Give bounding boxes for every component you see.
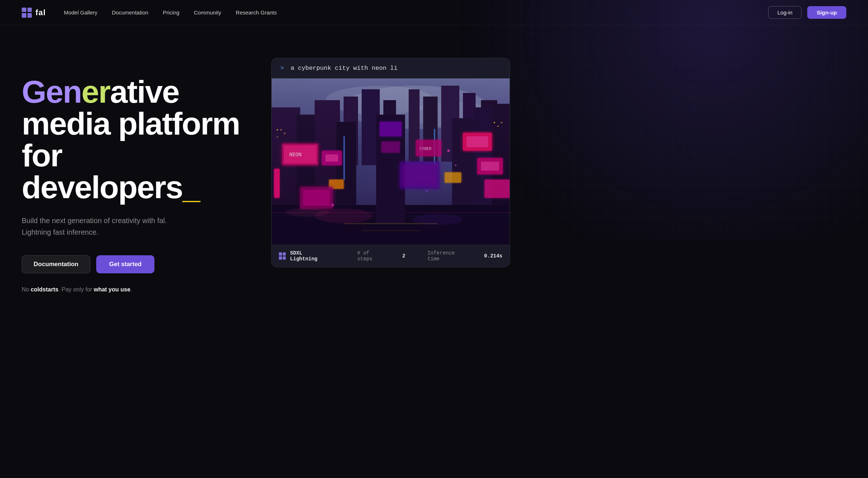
hero-note: No coldstarts. Pay only for what you use… [22, 286, 257, 293]
inference-label: Inference time [427, 250, 468, 262]
hero-content: Generative media platform for developers… [22, 54, 257, 293]
steps-value: 2 [402, 253, 405, 259]
title-line3: developers_ [22, 171, 257, 203]
logo-link[interactable]: fal [22, 8, 46, 18]
svg-rect-66 [272, 78, 510, 245]
title-er: er [81, 74, 110, 110]
nav-pricing[interactable]: Pricing [163, 9, 179, 16]
demo-image: NEON [272, 78, 510, 245]
demo-card: > a cyberpunk city with neon li [271, 58, 510, 267]
nav-community[interactable]: Community [194, 9, 221, 16]
prompt-arrow: > [280, 65, 284, 72]
hero-title: Generative media platform for developers… [22, 76, 257, 203]
nav-model-gallery[interactable]: Model Gallery [64, 9, 98, 16]
steps-label: # of steps [357, 250, 386, 262]
model-name: SDXL Lightning [290, 250, 331, 262]
get-started-button[interactable]: Get started [96, 255, 155, 273]
hero-buttons: Documentation Get started [22, 255, 257, 273]
login-button[interactable]: Log-in [768, 6, 801, 19]
inference-value: 0.214s [484, 253, 502, 259]
navbar: fal Model Gallery Documentation Pricing … [0, 0, 868, 25]
hero-section: Generative media platform for developers… [0, 25, 868, 478]
nav-auth: Log-in Sign-up [768, 6, 846, 19]
title-cursor: _ [183, 169, 200, 205]
demo-prompt: > a cyberpunk city with neon li [272, 58, 510, 78]
hero-subtitle: Build the next generation of creativity … [22, 215, 257, 238]
signup-button[interactable]: Sign-up [807, 6, 846, 19]
title-ative: ative [110, 74, 179, 110]
nav-links: Model Gallery Documentation Pricing Comm… [64, 9, 277, 16]
title-line2: media platform for [22, 108, 257, 171]
logo-text: fal [35, 8, 46, 17]
docs-button[interactable]: Documentation [22, 255, 90, 273]
title-gen: Gen [22, 74, 81, 110]
nav-research-grants[interactable]: Research Grants [236, 9, 277, 16]
demo-footer-logo [279, 252, 286, 260]
nav-documentation[interactable]: Documentation [112, 9, 148, 16]
demo-footer: SDXL Lightning # of steps 2 Inference ti… [272, 245, 510, 267]
logo-icon [22, 8, 32, 18]
demo-panel: > a cyberpunk city with neon li [271, 54, 510, 267]
prompt-text: a cyberpunk city with neon li [290, 65, 397, 72]
